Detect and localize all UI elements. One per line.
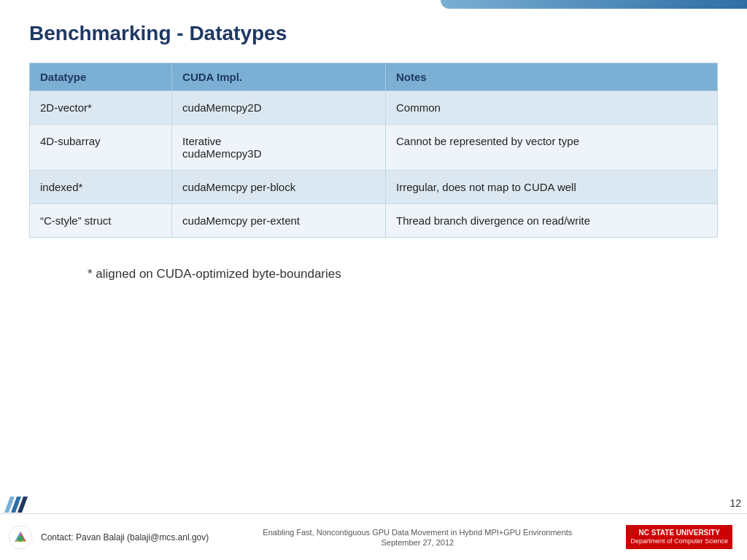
footer-contact: Contact: Pavan Balaji (balaji@mcs.anl.go… [41,532,209,542]
table-cell-datatype: 2D-vector* [30,91,172,125]
table-cell-notes: Common [385,91,717,125]
footnote: * aligned on CUDA-optimized byte-boundar… [88,267,718,281]
col-header-cuda-impl: CUDA Impl. [172,63,386,91]
table-cell-datatype: 4D-subarray [30,125,172,171]
table-cell-datatype: “C-style” struct [30,204,172,238]
table-cell-notes: Irregular, does not map to CUDA well [385,171,717,204]
footer-center: Enabling Fast, Noncontiguous GPU Data Mo… [209,528,626,547]
table-cell-notes: Cannot be represented by vector type [385,125,717,171]
slide-title: Benchmarking - Datatypes [29,22,718,45]
table-row: indexed*cudaMemcpy per-blockIrregular, d… [30,171,718,204]
table-cell-cuda_impl: cudaMemcpy2D [172,91,386,125]
table-header-row: Datatype CUDA Impl. Notes [30,63,718,91]
col-header-notes: Notes [385,63,717,91]
table-cell-cuda_impl: Iterative cudaMemcpy3D [172,125,386,171]
nc-state-badge: NC STATE UNIVERSITY Department of Comput… [626,525,732,549]
page-number: 12 [729,497,741,509]
table-cell-notes: Thread branch divergence on read/write [385,204,717,238]
table-row: 4D-subarrayIterative cudaMemcpy3DCannot … [30,125,718,171]
table-row: “C-style” structcudaMemcpy per-extentThr… [30,204,718,238]
data-table: Datatype CUDA Impl. Notes 2D-vector*cuda… [29,63,718,238]
table-row: 2D-vector*cudaMemcpy2DCommon [30,91,718,125]
footer-date: September 27, 2012 [216,538,619,547]
footer: Contact: Pavan Balaji (balaji@mcs.anl.go… [0,513,747,560]
col-header-datatype: Datatype [30,63,172,91]
footer-right: NC STATE UNIVERSITY Department of Comput… [626,525,732,549]
svg-point-1 [18,536,23,542]
logo-icon [7,524,34,551]
nc-state-line2: Department of Computer Science [630,537,728,546]
footer-title-line: Enabling Fast, Noncontiguous GPU Data Mo… [263,528,572,537]
top-decorative-bar [441,0,747,9]
footer-left: Contact: Pavan Balaji (balaji@mcs.anl.go… [7,524,209,551]
slide-content: Benchmarking - Datatypes Datatype CUDA I… [0,0,747,560]
table-cell-cuda_impl: cudaMemcpy per-extent [172,204,386,238]
table-cell-datatype: indexed* [30,171,172,204]
table-cell-cuda_impl: cudaMemcpy per-block [172,171,386,204]
nc-state-line1: NC STATE UNIVERSITY [630,528,728,537]
